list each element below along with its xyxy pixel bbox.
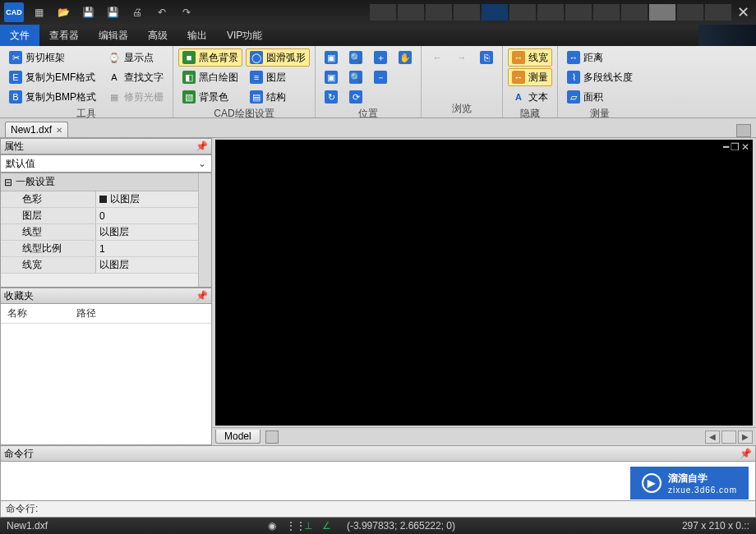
menu-right-decor — [698, 25, 756, 46]
menu-output[interactable]: 输出 — [177, 25, 217, 46]
canvas-window-controls: ━ ❐ ✕ — [723, 141, 749, 153]
undo-icon[interactable]: ↶ — [152, 2, 172, 22]
btn-prev[interactable]: ← — [426, 48, 448, 67]
menu-editor[interactable]: 编辑器 — [89, 25, 138, 46]
chevron-down-icon: ⌄ — [198, 158, 206, 169]
left-panel: 属性 📌 默认值 ⌄ ⊟一般设置 色彩以图层 图层0 线型以图层 线型比例1 线… — [0, 138, 212, 445]
hscrollbar[interactable] — [721, 430, 736, 444]
btn-zoom-window[interactable]: 🔍 — [345, 68, 366, 86]
prop-row[interactable]: 线型比例1 — [1, 241, 198, 257]
favorites-header: 收藏夹 📌 — [0, 288, 212, 304]
btn-smooth-arc[interactable]: ◯圆滑弧形 — [246, 48, 310, 67]
btn-text[interactable]: A文本 — [508, 88, 552, 106]
command-panel-header: 命令行 📌 — [0, 445, 756, 462]
btn-cut-frame[interactable]: ✂剪切框架 — [5, 48, 100, 67]
prop-row[interactable]: 线型以图层 — [1, 224, 198, 241]
status-bar: New1.dxf ◉ ⋮⋮ ⊥ ∠ (-3.997833; 2.665222; … — [0, 518, 756, 534]
btn-browse-3[interactable]: ⎘ — [476, 48, 497, 67]
menu-viewer[interactable]: 查看器 — [39, 25, 89, 46]
file-tabs: New1.dxf ✕ — [0, 118, 756, 138]
btn-copy-emf[interactable]: E复制为EMF格式 — [5, 68, 100, 86]
ribbon-group-measure: ↔距离 ⌇多段线长度 ▱面积 测量 — [558, 46, 642, 117]
status-icon-2[interactable]: ⋮⋮ — [286, 520, 297, 532]
file-tab-label: New1.dxf — [11, 124, 52, 136]
btn-pos-2[interactable]: ▣ — [320, 68, 342, 86]
close-icon[interactable]: ✕ — [731, 3, 754, 21]
btn-zoom-out[interactable]: － — [370, 68, 391, 86]
btn-next[interactable]: → — [451, 48, 472, 67]
properties-scrollbar[interactable] — [198, 173, 211, 287]
ribbon: ✂剪切框架 E复制为EMF格式 B复制为BMP格式 ⌚显示点 A查找文字 ▦修剪… — [0, 46, 756, 118]
favorites-body: 名称 路径 — [0, 304, 212, 445]
new-icon[interactable]: ▦ — [29, 2, 48, 22]
btn-linewidth[interactable]: ↔线宽 — [508, 48, 552, 67]
menu-vip[interactable]: VIP功能 — [217, 25, 272, 46]
btn-distance[interactable]: ↔距离 — [563, 48, 637, 67]
file-tabs-dropdown[interactable] — [736, 124, 751, 137]
btn-trim-raster[interactable]: ▦修剪光栅 — [104, 88, 168, 106]
ribbon-group-position: ▣ ▣ ↻ 🔍 🔍 ⟳ ＋ － ✋ 位置 — [316, 46, 422, 117]
favorites-col-path: 路径 — [76, 306, 96, 320]
btn-bg-color[interactable]: ▧背景色 — [178, 88, 242, 106]
properties-section[interactable]: ⊟一般设置 — [1, 173, 198, 191]
properties-grid: ⊟一般设置 色彩以图层 图层0 线型以图层 线型比例1 线宽以图层 — [0, 173, 212, 288]
hscroll-right-icon[interactable]: ▶ — [738, 430, 753, 444]
right-panel: ━ ❐ ✕ Model ◀ ▶ — [212, 138, 756, 445]
pin-icon[interactable]: 📌 — [740, 448, 752, 459]
canvas-restore-icon[interactable]: ❐ — [731, 141, 740, 153]
redo-icon[interactable]: ↷ — [177, 2, 196, 22]
status-filename: New1.dxf — [0, 520, 54, 532]
watermark: ▶ 溜溜自学 zixue.3d66.com — [630, 467, 749, 499]
btn-area[interactable]: ▱面积 — [563, 88, 637, 106]
btn-copy-bmp[interactable]: B复制为BMP格式 — [5, 88, 100, 106]
menu-file[interactable]: 文件 — [0, 25, 39, 46]
command-line[interactable]: 命令行: — [0, 501, 756, 518]
btn-bw-draw[interactable]: ◧黑白绘图 — [178, 68, 242, 86]
watermark-url: zixue.3d66.com — [668, 486, 737, 495]
status-icon-3[interactable]: ⊥ — [304, 520, 316, 532]
group-title-browse: 浏览 — [426, 101, 497, 117]
save-icon[interactable]: 💾 — [78, 2, 98, 22]
canvas-close-icon[interactable]: ✕ — [741, 141, 749, 153]
ribbon-group-tools: ✂剪切框架 E复制为EMF格式 B复制为BMP格式 ⌚显示点 A查找文字 ▦修剪… — [0, 46, 173, 117]
btn-black-bg[interactable]: ■黑色背景 — [178, 48, 242, 67]
btn-layers[interactable]: ≡图层 — [246, 68, 310, 86]
model-tab[interactable]: Model — [215, 430, 260, 444]
btn-zoom-fit[interactable]: 🔍 — [345, 48, 366, 67]
prop-row[interactable]: 线宽以图层 — [1, 257, 198, 274]
properties-dropdown-value: 默认值 — [6, 157, 35, 171]
btn-polyline-len[interactable]: ⌇多段线长度 — [563, 68, 637, 86]
status-coords: (-3.997833; 2.665222; 0) — [340, 520, 462, 532]
btn-show-points[interactable]: ⌚显示点 — [104, 48, 168, 67]
btn-pos-3[interactable]: ↻ — [320, 88, 342, 106]
file-tab[interactable]: New1.dxf ✕ — [5, 122, 68, 137]
print-icon[interactable]: 🖨 — [127, 2, 147, 22]
btn-measure-hl[interactable]: ↔测量 — [508, 68, 552, 86]
btn-zoom-in[interactable]: ＋ — [370, 48, 391, 67]
properties-dropdown[interactable]: 默认值 ⌄ — [0, 154, 212, 173]
canvas-min-icon[interactable]: ━ — [723, 141, 729, 153]
prop-row[interactable]: 图层0 — [1, 208, 198, 224]
status-icon-1[interactable]: ◉ — [268, 520, 279, 532]
app-badge: CAD — [4, 2, 24, 22]
menu-advanced[interactable]: 高级 — [138, 25, 177, 46]
model-tab-dropdown[interactable] — [265, 430, 279, 444]
hscroll-left-icon[interactable]: ◀ — [705, 430, 720, 444]
drawing-canvas[interactable] — [215, 140, 753, 426]
model-tab-row: Model ◀ ▶ — [212, 427, 756, 445]
pin-icon[interactable]: 📌 — [196, 140, 208, 152]
prop-row[interactable]: 色彩以图层 — [1, 191, 198, 208]
saveall-icon[interactable]: 💾 — [103, 2, 122, 22]
btn-pan[interactable]: ✋ — [394, 48, 416, 67]
file-tab-close-icon[interactable]: ✕ — [56, 126, 62, 135]
menubar: 文件 查看器 编辑器 高级 输出 VIP功能 — [0, 25, 756, 46]
pin-icon[interactable]: 📌 — [196, 290, 208, 302]
btn-structure[interactable]: ▤结构 — [246, 88, 310, 106]
btn-pos-1[interactable]: ▣ — [320, 48, 342, 67]
main-area: 属性 📌 默认值 ⌄ ⊟一般设置 色彩以图层 图层0 线型以图层 线型比例1 线… — [0, 138, 756, 445]
btn-pos-6[interactable]: ⟳ — [345, 88, 366, 106]
open-icon[interactable]: 📂 — [53, 2, 73, 22]
status-icon-4[interactable]: ∠ — [322, 520, 334, 532]
btn-find-text[interactable]: A查找文字 — [104, 68, 168, 86]
favorites-title: 收藏夹 — [4, 289, 34, 303]
